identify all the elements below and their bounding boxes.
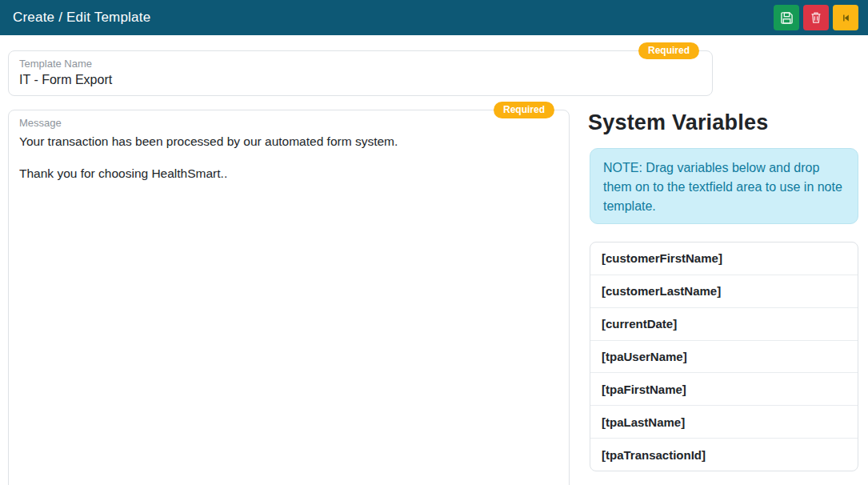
page-title: Create / Edit Template	[0, 10, 150, 26]
message-textarea[interactable]: Your transaction has been processed by o…	[19, 134, 558, 485]
variable-item-tpa-user-name[interactable]: [tpaUserName]	[590, 340, 858, 373]
variable-item-tpa-transaction-id[interactable]: [tpaTransactionId]	[590, 438, 858, 471]
message-label: Message	[19, 117, 558, 130]
variable-item-tpa-first-name[interactable]: [tpaFirstName]	[590, 372, 858, 405]
variable-item-tpa-last-name[interactable]: [tpaLastName]	[590, 405, 858, 438]
trash-icon	[810, 11, 822, 24]
message-field-box: Required Message Your transaction has be…	[8, 110, 570, 485]
template-name-field-box: Required Template Name	[8, 50, 713, 96]
save-icon	[780, 11, 794, 25]
variable-item-customer-first-name[interactable]: [customerFirstName]	[590, 242, 858, 275]
template-name-input[interactable]	[19, 72, 702, 88]
skip-back-icon	[840, 12, 852, 24]
delete-button[interactable]	[803, 5, 829, 30]
template-name-label: Template Name	[19, 58, 702, 70]
variable-item-current-date[interactable]: [currentDate]	[590, 307, 858, 340]
required-badge: Required	[494, 102, 554, 118]
header-bar: Create / Edit Template	[0, 0, 868, 35]
system-variables-title: System Variables	[588, 110, 768, 135]
system-variables-list: [customerFirstName] [customerLastName] […	[590, 242, 858, 471]
header-actions	[774, 5, 858, 30]
back-button[interactable]	[833, 5, 858, 30]
drag-drop-note: NOTE: Drag variables below and drop them…	[590, 148, 858, 224]
save-button[interactable]	[774, 5, 799, 30]
variable-item-customer-last-name[interactable]: [customerLastName]	[590, 275, 858, 307]
required-badge: Required	[638, 42, 699, 59]
